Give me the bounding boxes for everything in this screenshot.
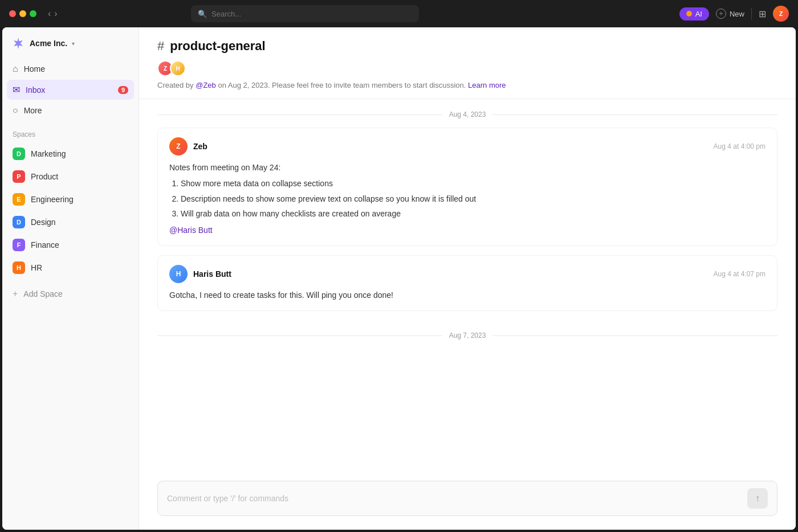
message-avatar-haris: H [169, 265, 188, 283]
message-sender-1: Zeb [193, 142, 207, 151]
search-icon: 🔍 [198, 10, 207, 18]
titlebar: ‹ › 🔍 AI + New ⊞ Z [0, 0, 798, 27]
app-body: Acme Inc. ▾ ⌂ Home ✉ Inbox 9 ○ More Spac… [2, 27, 796, 530]
org-header[interactable]: Acme Inc. ▾ [2, 27, 139, 57]
channel-meta: Created by @Zeb on Aug 2, 2023. Please f… [157, 81, 777, 89]
more-icon: ○ [13, 105, 18, 116]
message-avatar-zeb: Z [169, 137, 188, 155]
titlebar-divider [751, 8, 752, 19]
sidebar: Acme Inc. ▾ ⌂ Home ✉ Inbox 9 ○ More Spac… [2, 27, 139, 530]
engineering-space-icon: E [13, 193, 25, 206]
design-space-icon: D [13, 216, 25, 228]
message-list-item-3: Will grab data on how many checklists ar… [181, 207, 766, 220]
ai-label: AI [695, 10, 702, 18]
sidebar-item-marketing[interactable]: D Marketing [7, 143, 134, 165]
message-sender-2: Haris Butt [193, 269, 231, 279]
message-list-item-2: Description needs to show some preview t… [181, 193, 766, 205]
forward-arrow[interactable]: › [54, 9, 57, 19]
message-header-1: Z Zeb Aug 4 at 4:00 pm [169, 137, 766, 155]
creator-mention[interactable]: @Zeb [196, 81, 216, 89]
sidebar-item-label-inbox: Inbox [26, 85, 45, 95]
sidebar-item-product[interactable]: P Product [7, 166, 134, 187]
design-label: Design [31, 218, 56, 227]
spaces-section-title: Spaces [2, 124, 139, 141]
avatar-member-2: H [170, 60, 186, 76]
message-text-2: Gotcha, I need to create tasks for this.… [169, 289, 766, 301]
channel-title-row: # product-general [157, 39, 777, 54]
org-caret-icon: ▾ [72, 40, 75, 47]
message-mention-1[interactable]: @Haris Butt [169, 226, 213, 235]
sidebar-item-inbox[interactable]: ✉ Inbox 9 [7, 80, 134, 100]
ai-dot-icon [686, 11, 692, 17]
date-divider-2: Aug 7, 2023 [157, 320, 777, 349]
sidebar-item-home[interactable]: ⌂ Home [7, 59, 134, 79]
main-content: # product-general Z H Created by @Zeb on… [139, 27, 796, 530]
org-name: Acme Inc. [30, 39, 67, 48]
message-time-1: Aug 4 at 4:00 pm [714, 142, 766, 150]
hash-icon: # [157, 39, 164, 54]
channel-name: product-general [170, 39, 265, 54]
finance-space-icon: F [13, 239, 25, 251]
engineering-label: Engineering [31, 195, 74, 204]
back-arrow[interactable]: ‹ [48, 9, 51, 19]
sidebar-nav: ⌂ Home ✉ Inbox 9 ○ More [2, 57, 139, 124]
message-card-1: Z Zeb Aug 4 at 4:00 pm Notes from meetin… [157, 128, 777, 246]
add-space-plus-icon: + [13, 289, 18, 299]
message-intro-1: Notes from meeting on May 24: [169, 161, 766, 174]
close-traffic-light[interactable] [9, 10, 16, 17]
sidebar-item-finance[interactable]: F Finance [7, 234, 134, 256]
new-button[interactable]: + New [716, 9, 744, 19]
home-icon: ⌂ [13, 64, 18, 74]
comment-box: ↑ [157, 481, 777, 516]
search-bar[interactable]: 🔍 [191, 5, 419, 22]
new-label: New [730, 10, 744, 18]
message-body-1: Notes from meeting on May 24: Show more … [169, 161, 766, 236]
finance-label: Finance [31, 240, 59, 249]
acme-logo [11, 36, 25, 50]
message-list-item-1: Show more meta data on collapse sections [181, 177, 766, 190]
message-body-2: Gotcha, I need to create tasks for this.… [169, 289, 766, 301]
user-avatar[interactable]: Z [773, 6, 789, 22]
inbox-icon: ✉ [13, 84, 20, 95]
sidebar-item-label-home: Home [24, 64, 45, 73]
search-input[interactable] [211, 10, 412, 18]
spaces-list: D Marketing P Product E Engineering D De… [2, 141, 139, 282]
comment-input[interactable] [167, 494, 747, 503]
titlebar-right: AI + New ⊞ Z [679, 6, 789, 22]
message-card-2: H Haris Butt Aug 4 at 4:07 pm Gotcha, I … [157, 255, 777, 311]
sidebar-item-engineering[interactable]: E Engineering [7, 189, 134, 210]
learn-more-link[interactable]: Learn more [468, 81, 506, 89]
hr-label: HR [31, 263, 42, 272]
send-button[interactable]: ↑ [747, 488, 768, 509]
channel-header: # product-general Z H Created by @Zeb on… [139, 27, 796, 99]
date-divider-1: Aug 4, 2023 [157, 99, 777, 128]
marketing-label: Marketing [31, 149, 66, 158]
date-label-1: Aug 4, 2023 [449, 111, 486, 118]
ai-button[interactable]: AI [679, 7, 709, 21]
marketing-space-icon: D [13, 148, 25, 160]
fullscreen-traffic-light[interactable] [30, 10, 36, 17]
message-header-2: H Haris Butt Aug 4 at 4:07 pm [169, 265, 766, 283]
message-list-1: Show more meta data on collapse sections… [169, 177, 766, 220]
date-label-2: Aug 7, 2023 [449, 332, 486, 339]
sidebar-item-label-more: More [24, 106, 42, 115]
traffic-lights [9, 10, 36, 17]
member-avatars: Z H [157, 60, 182, 76]
messages-container: Aug 4, 2023 Z Zeb Aug 4 at 4:00 pm Notes… [139, 99, 796, 472]
sidebar-item-hr[interactable]: H HR [7, 257, 134, 279]
sidebar-item-design[interactable]: D Design [7, 211, 134, 233]
product-label: Product [31, 172, 58, 181]
comment-area: ↑ [139, 472, 796, 530]
grid-icon[interactable]: ⊞ [759, 9, 766, 19]
hr-space-icon: H [13, 261, 25, 274]
nav-arrows: ‹ › [48, 9, 58, 19]
inbox-badge: 9 [118, 86, 128, 94]
send-icon: ↑ [755, 493, 760, 504]
add-space-label: Add Space [23, 289, 63, 298]
add-space-button[interactable]: + Add Space [7, 284, 134, 304]
minimize-traffic-light[interactable] [19, 10, 26, 17]
message-time-2: Aug 4 at 4:07 pm [714, 270, 766, 278]
plus-circle-icon: + [716, 9, 726, 19]
product-space-icon: P [13, 170, 25, 183]
sidebar-item-more[interactable]: ○ More [7, 101, 134, 120]
